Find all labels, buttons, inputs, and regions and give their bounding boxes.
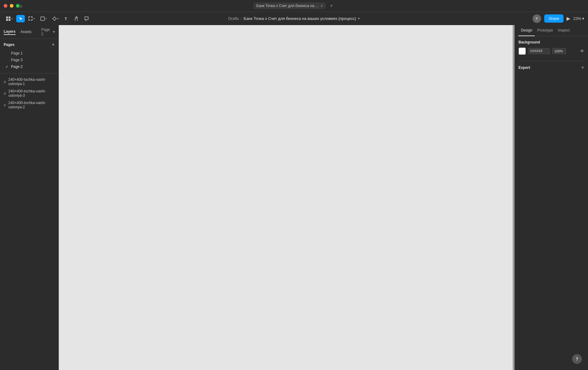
zoom-value: 23%: [573, 16, 581, 21]
toolbar-left: ▾ ▾ ▾: [4, 15, 91, 23]
svg-rect-8: [28, 17, 29, 18]
home-icon[interactable]: ⌂: [20, 3, 22, 8]
svg-rect-10: [28, 19, 29, 21]
shape-tool[interactable]: ▾: [38, 15, 49, 22]
pages-header: Pages +: [4, 42, 55, 47]
page-name-1: Page 1: [11, 51, 23, 55]
right-panel: Design Prototype Inspect Background 👁 Ex…: [514, 25, 588, 370]
svg-rect-9: [32, 17, 32, 18]
scroll-thumb[interactable]: [513, 25, 514, 370]
page-indicator-label: Page 2: [41, 28, 52, 36]
page-name-2: Page 2: [11, 65, 23, 69]
pen-chevron: ▾: [57, 17, 59, 20]
share-button[interactable]: Share: [544, 14, 564, 23]
tab-inspect[interactable]: Inspect: [556, 25, 572, 36]
page-name-3: Page 3: [11, 58, 23, 62]
tab-layers[interactable]: Layers: [4, 29, 16, 35]
layer-name-2: 240×400-tochka-vashi-usloviya-2: [8, 101, 55, 109]
tab-title: Банк Точка х Счет для бизнеса на ...: [256, 4, 318, 8]
text-tool[interactable]: T: [62, 15, 71, 22]
svg-rect-11: [32, 19, 32, 21]
page-item-2[interactable]: ✓ Page 2: [4, 63, 55, 70]
svg-rect-3: [9, 19, 10, 21]
title-bar: ⌂ Банк Точка х Счет для бизнеса на ... ✕…: [0, 0, 588, 12]
layer-item-1[interactable]: # 240×400-tochka-vashi-usloviya-1: [0, 76, 58, 88]
background-row: 👁: [518, 47, 584, 55]
svg-rect-1: [9, 17, 10, 18]
canvas-content: [59, 25, 514, 370]
layer-item-3[interactable]: # 240×400-tochka-vashi-usloviya-3: [0, 88, 58, 99]
toolbar: ▾ ▾ ▾: [0, 12, 588, 25]
zoom-chevron: ▾: [582, 16, 584, 21]
layer-hash-icon-3: #: [4, 103, 6, 107]
add-page-button[interactable]: +: [51, 42, 55, 47]
panel-tabs: Layers Assets Page 2 ▾: [0, 25, 58, 39]
zoom-control[interactable]: 23% ▾: [573, 16, 584, 21]
toolbar-right: P Share ▶ 23% ▾: [533, 14, 584, 23]
filename-chevron[interactable]: ▾: [358, 17, 360, 21]
shape-chevron: ▾: [45, 17, 47, 20]
export-label: Export: [518, 65, 530, 70]
color-value-input[interactable]: [528, 48, 550, 54]
tab-prototype[interactable]: Prototype: [535, 25, 555, 36]
tab-design[interactable]: Design: [518, 25, 535, 36]
pen-tool[interactable]: ▾: [50, 15, 61, 22]
page-indicator-chevron: ▾: [53, 30, 55, 34]
hand-tool[interactable]: [72, 15, 81, 22]
export-add-button[interactable]: +: [581, 65, 584, 70]
canvas[interactable]: [59, 25, 514, 370]
breadcrumb-separator: /: [241, 16, 242, 21]
page-item-3[interactable]: Page 3: [4, 57, 55, 63]
layer-name-3: 240×400-tochka-vashi-usloviya-3: [8, 89, 55, 98]
select-tool[interactable]: [16, 15, 25, 22]
color-swatch[interactable]: [518, 47, 526, 55]
tab-assets[interactable]: Assets: [21, 29, 32, 35]
frame-chevron: ▾: [33, 17, 35, 20]
toolbar-center: Drafts / Банк Точка х Счет для бизнеса н…: [228, 16, 360, 21]
svg-rect-12: [41, 17, 44, 21]
close-button[interactable]: [4, 4, 7, 8]
minimize-button[interactable]: [10, 4, 13, 8]
menu-chevron: ▾: [11, 17, 13, 20]
frame-tool[interactable]: ▾: [26, 15, 37, 22]
title-bar-center: Банк Точка х Счет для бизнеса на ... ✕ +: [253, 2, 335, 9]
breadcrumb-filename[interactable]: Банк Точка х Счет для бизнеса на ваших у…: [244, 16, 356, 21]
right-panel-content: Background 👁 Export +: [515, 36, 588, 370]
svg-rect-2: [6, 19, 8, 21]
pages-section: Pages + Page 1 Page 3 ✓ Page 2: [0, 39, 58, 73]
main-menu-button[interactable]: ▾: [4, 15, 15, 23]
new-tab-button[interactable]: +: [328, 3, 335, 9]
scroll-bar-right[interactable]: [513, 25, 514, 370]
svg-text:T: T: [65, 17, 67, 21]
tab-item[interactable]: Банк Точка х Счет для бизнеса на ... ✕: [253, 2, 326, 9]
layers-section: # 240×400-tochka-vashi-usloviya-1 # 240×…: [0, 73, 58, 370]
layer-hash-icon-2: #: [4, 91, 6, 96]
background-label: Background: [518, 40, 584, 44]
main-area: Layers Assets Page 2 ▾ Pages + Page 1 Pa…: [0, 25, 588, 370]
play-button[interactable]: ▶: [567, 16, 570, 21]
tab-close-icon[interactable]: ✕: [320, 4, 323, 8]
page-item-1[interactable]: Page 1: [4, 50, 55, 57]
active-check-icon: ✓: [6, 65, 9, 69]
avatar[interactable]: P: [533, 14, 541, 23]
comment-tool[interactable]: [82, 15, 91, 22]
visibility-icon[interactable]: 👁: [580, 49, 584, 54]
svg-rect-0: [6, 17, 8, 18]
breadcrumb-drafts[interactable]: Drafts: [228, 16, 239, 21]
layer-hash-icon: #: [4, 80, 6, 84]
window-controls: [4, 4, 20, 8]
layer-name-1: 240×400-tochka-vashi-usloviya-1: [8, 77, 55, 86]
maximize-button[interactable]: [16, 4, 20, 8]
pages-title: Pages: [4, 43, 14, 47]
opacity-input[interactable]: [552, 48, 566, 54]
export-row: Export +: [518, 61, 584, 70]
page-indicator[interactable]: Page 2 ▾: [41, 28, 55, 36]
layer-item-2[interactable]: # 240×400-tochka-vashi-usloviya-2: [0, 99, 58, 111]
help-button[interactable]: ?: [572, 354, 582, 364]
left-panel: Layers Assets Page 2 ▾ Pages + Page 1 Pa…: [0, 25, 59, 370]
right-panel-tabs: Design Prototype Inspect: [515, 25, 588, 36]
